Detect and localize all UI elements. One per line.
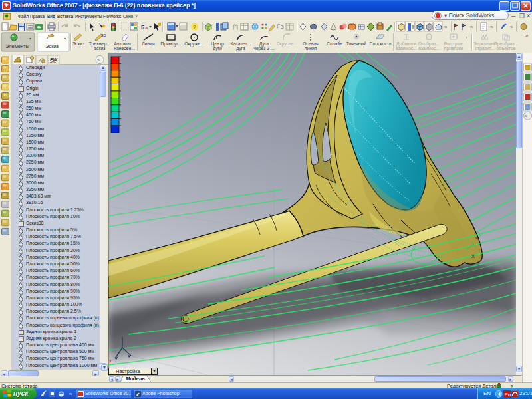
svg-text:объектов: объектов xyxy=(497,46,516,51)
svg-text:»: » xyxy=(525,33,529,39)
svg-text:»: » xyxy=(97,58,100,63)
svg-text:Точечный: Точечный xyxy=(346,41,367,46)
svg-text:Сплайн: Сплайн xyxy=(327,41,342,46)
svg-text:Эскиз: Эскиз xyxy=(72,41,84,46)
svg-text:En: En xyxy=(505,392,511,398)
svg-text:5: 5 xyxy=(141,24,144,31)
svg-text:Плоскость: Плоскость xyxy=(370,41,392,46)
svg-text:«: « xyxy=(525,114,527,118)
svg-text:FW: FW xyxy=(50,57,58,62)
svg-text:▾: ▾ xyxy=(64,37,66,41)
svg-text:»: » xyxy=(69,391,72,397)
svg-text:»: » xyxy=(444,24,448,30)
svg-text:3D: 3D xyxy=(101,33,106,37)
svg-text:Эскиз: Эскиз xyxy=(45,43,59,49)
svg-text:Автомат...: Автомат... xyxy=(114,41,134,46)
svg-text:нанесен...: нанесен... xyxy=(114,46,135,51)
svg-text:дуга: дуга xyxy=(236,46,245,51)
svg-text:»: » xyxy=(510,24,513,30)
svg-text:линия: линия xyxy=(305,46,317,51)
svg-text:Элементы: Элементы xyxy=(5,43,29,49)
svg-text:Линия: Линия xyxy=(142,41,155,46)
svg-text:▾: ▾ xyxy=(29,37,31,41)
svg-text:?: ? xyxy=(193,24,196,30)
svg-text:X: X xyxy=(471,253,475,259)
svg-text:через 3 ...: через 3 ... xyxy=(253,46,274,51)
svg-text:отразит...: отразит... xyxy=(475,46,494,51)
svg-text:взаимос...: взаимос... xyxy=(418,46,440,51)
svg-text:привязки: привязки xyxy=(444,46,464,51)
svg-text:x: x xyxy=(109,358,112,364)
svg-text:дуги: дуги xyxy=(213,46,222,51)
svg-text:Прямоуг...: Прямоуг... xyxy=(160,41,181,47)
svg-text:эскиз: эскиз xyxy=(94,46,106,51)
svg-text:Y: Y xyxy=(475,236,479,242)
svg-text:Скругле...: Скругле... xyxy=(277,41,297,47)
svg-text:»: » xyxy=(490,24,493,30)
svg-text:»: » xyxy=(470,24,473,30)
svg-text:Окружн...: Окружн... xyxy=(184,41,204,47)
svg-text:взаимос...: взаимос... xyxy=(396,46,417,51)
svg-text:a: a xyxy=(145,25,148,30)
svg-text:Осевая: Осевая xyxy=(303,41,319,46)
svg-text:Касател...: Касател... xyxy=(231,41,251,46)
svg-text:▾: ▾ xyxy=(466,35,467,39)
